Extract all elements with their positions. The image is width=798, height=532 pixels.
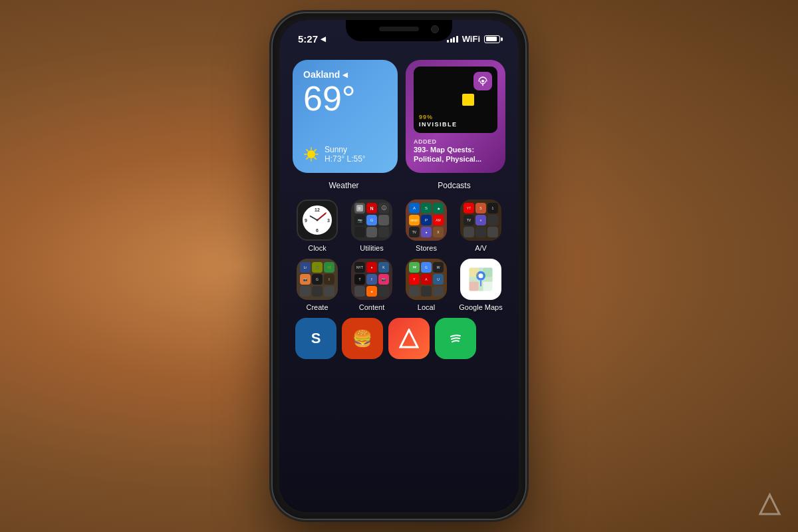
create-label: Create bbox=[306, 303, 328, 311]
app-grid: 12 3 6 9 Clock bbox=[293, 200, 505, 311]
home-screen: Oakland ◀ 69° bbox=[279, 50, 519, 512]
status-icons: WiFi bbox=[447, 34, 500, 44]
content-icon: NYT ♦ K T f 📷 ● bbox=[351, 259, 392, 300]
verge-icon bbox=[388, 318, 430, 359]
clock-app-item[interactable]: 12 3 6 9 Clock bbox=[293, 200, 342, 252]
bk-icon: 🍔 bbox=[342, 318, 383, 359]
weather-temperature: 69° bbox=[303, 81, 387, 116]
podcast-square bbox=[462, 94, 474, 106]
google-maps-label: Google Maps bbox=[459, 303, 502, 311]
svg-rect-19 bbox=[469, 268, 479, 277]
svg-marker-22 bbox=[400, 330, 418, 347]
svg-line-8 bbox=[307, 158, 308, 159]
location-arrow-icon: ◀ bbox=[321, 35, 326, 43]
podcast-artwork: 99% INVISIBLE bbox=[414, 66, 497, 133]
weather-highlow: H:73° L:55° bbox=[325, 154, 366, 164]
clock-second-hand bbox=[317, 212, 327, 220]
maps-icon bbox=[460, 259, 501, 300]
bottom-apps-row: S 🍔 bbox=[293, 318, 505, 359]
svg-rect-21 bbox=[469, 282, 479, 291]
scribd-icon: S bbox=[295, 318, 336, 359]
time-display: 5:27 bbox=[298, 33, 318, 45]
weather-condition: Sunny bbox=[325, 145, 366, 154]
notch bbox=[346, 20, 452, 41]
weather-location-icon: ◀ bbox=[342, 71, 348, 78]
weather-widget[interactable]: Oakland ◀ 69° bbox=[293, 60, 398, 173]
widget-labels-row: Weather Podcasts bbox=[293, 181, 505, 190]
svg-line-5 bbox=[307, 150, 308, 151]
content-label: Content bbox=[359, 303, 385, 311]
av-icon: YT S 1 TV v bbox=[460, 200, 501, 241]
podcasts-icon bbox=[473, 72, 492, 90]
verge-watermark bbox=[758, 493, 781, 519]
widgets-row: Oakland ◀ 69° bbox=[293, 60, 505, 173]
create-icon: Lr 🎵 🌿 📸 G I bbox=[297, 259, 338, 300]
clock-label: Clock bbox=[308, 244, 327, 252]
sun-icon bbox=[303, 146, 319, 162]
speaker bbox=[379, 27, 419, 31]
podcasts-widget[interactable]: 99% INVISIBLE bbox=[406, 60, 505, 173]
content-app-item[interactable]: NYT ♦ K T f 📷 ● Content bbox=[347, 259, 396, 311]
battery-fill bbox=[486, 37, 497, 41]
screen: 5:27 ◀ WiFi bbox=[279, 20, 519, 512]
bk-app-item[interactable]: 🍔 bbox=[342, 318, 383, 359]
weather-label: Weather bbox=[293, 181, 395, 190]
verge-app-item[interactable] bbox=[388, 318, 430, 359]
svg-point-0 bbox=[308, 151, 315, 158]
stores-app-item[interactable]: A S ★ amzn P AM TV ● X Stores bbox=[402, 200, 451, 252]
utilities-icon: ⚙ N ⓘ 📷 G bbox=[351, 200, 392, 241]
front-camera bbox=[431, 25, 439, 33]
spotify-app-item[interactable] bbox=[435, 318, 476, 359]
svg-line-6 bbox=[315, 158, 316, 159]
clock-face: 12 3 6 9 bbox=[303, 205, 332, 235]
clock-icon: 12 3 6 9 bbox=[297, 200, 338, 241]
svg-line-7 bbox=[315, 150, 316, 151]
status-time: 5:27 ◀ bbox=[298, 33, 326, 45]
podcasts-label: Podcasts bbox=[403, 181, 505, 190]
google-maps-app-item[interactable]: Google Maps bbox=[456, 259, 505, 311]
svg-rect-20 bbox=[483, 268, 493, 277]
utilities-label: Utilities bbox=[360, 244, 383, 252]
local-icon: 🗺 G W Y A U bbox=[406, 259, 447, 300]
svg-point-9 bbox=[481, 80, 484, 82]
weather-condition-row: Sunny H:73° L:55° bbox=[303, 145, 387, 164]
svg-point-18 bbox=[479, 273, 483, 278]
battery-icon bbox=[484, 35, 500, 43]
podcast-added-badge: ADDED bbox=[414, 138, 497, 145]
av-app-item[interactable]: YT S 1 TV v A/V bbox=[456, 200, 505, 252]
signal-icon bbox=[447, 36, 458, 43]
svg-marker-24 bbox=[760, 495, 779, 514]
local-app-item[interactable]: 🗺 G W Y A U Local bbox=[402, 259, 451, 311]
stores-icon: A S ★ amzn P AM TV ● X bbox=[406, 200, 447, 241]
stores-label: Stores bbox=[416, 244, 437, 252]
phone: 5:27 ◀ WiFi bbox=[273, 13, 525, 519]
create-app-item[interactable]: Lr 🎵 🌿 📸 G I Create bbox=[293, 259, 342, 311]
podcast-episode-title: 393- Map Quests: Political, Physical... bbox=[414, 145, 497, 164]
scribd-app-item[interactable]: S bbox=[295, 318, 336, 359]
local-label: Local bbox=[418, 303, 435, 311]
screen-inner: 5:27 ◀ WiFi bbox=[279, 20, 519, 512]
weather-city: Oakland ◀ bbox=[303, 69, 387, 80]
wifi-icon: WiFi bbox=[462, 34, 480, 44]
av-label: A/V bbox=[475, 244, 487, 252]
utilities-app-item[interactable]: ⚙ N ⓘ 📷 G Utilities bbox=[347, 200, 396, 252]
spotify-icon bbox=[435, 318, 476, 359]
